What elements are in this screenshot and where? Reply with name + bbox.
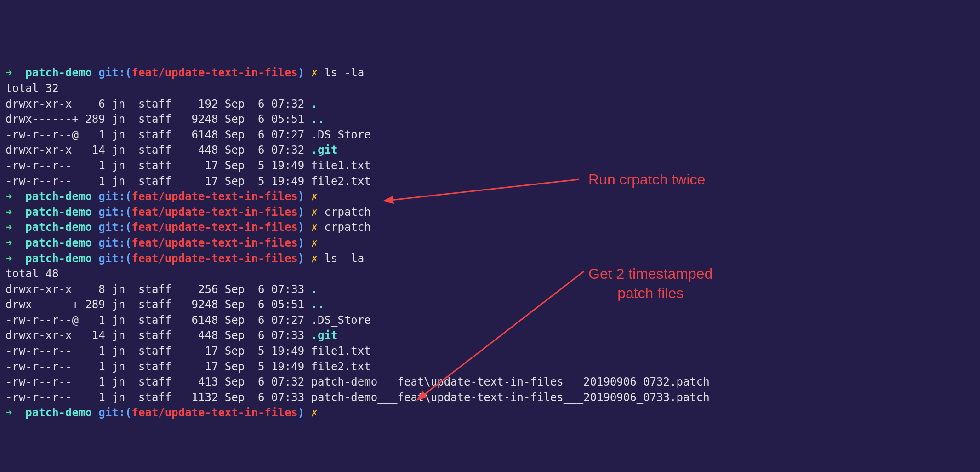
ls-filename: patch-demo___feat\update-text-in-files__… xyxy=(311,375,710,388)
dirty-mark-icon: ✗ xyxy=(311,252,318,265)
dirty-mark-icon: ✗ xyxy=(311,206,318,219)
annotation-timestamped: Get 2 timestamped patch files xyxy=(588,265,712,303)
ls-row: drwxr-xr-x 8 jn staff 256 Sep 6 07:33 . xyxy=(6,282,974,298)
prompt-dir: patch-demo xyxy=(25,221,92,234)
prompt-arrow-icon: ➜ xyxy=(6,406,12,419)
dirty-mark-icon: ✗ xyxy=(311,236,318,249)
command-text: crpatch xyxy=(325,206,371,219)
ls-filename: .. xyxy=(311,113,325,126)
git-branch: feat/update-text-in-files xyxy=(132,406,298,419)
ls-total: total 32 xyxy=(6,81,974,97)
ls-row: -rw-r--r-- 1 jn staff 1132 Sep 6 07:33 p… xyxy=(6,390,974,406)
ls-filename: patch-demo___feat\update-text-in-files__… xyxy=(311,391,710,404)
ls-row: -rw-r--r-- 1 jn staff 413 Sep 6 07:32 pa… xyxy=(6,374,974,390)
git-close-paren: ) xyxy=(298,236,304,249)
prompt-dir: patch-demo xyxy=(25,190,92,203)
git-branch: feat/update-text-in-files xyxy=(132,221,298,234)
prompt-arrow-icon: ➜ xyxy=(6,221,12,234)
prompt-line: ➜ patch-demo git:(feat/update-text-in-fi… xyxy=(6,220,974,236)
prompt-dir: patch-demo xyxy=(25,406,92,419)
ls-row: -rw-r--r--@ 1 jn staff 6148 Sep 6 07:27 … xyxy=(6,127,974,143)
git-close-paren: ) xyxy=(298,206,304,219)
ls-filename: .DS_Store xyxy=(311,128,371,141)
git-label: git:( xyxy=(98,206,131,219)
git-branch: feat/update-text-in-files xyxy=(132,206,298,219)
git-branch: feat/update-text-in-files xyxy=(132,190,298,203)
git-label: git:( xyxy=(98,236,131,249)
dirty-mark-icon: ✗ xyxy=(311,221,318,234)
prompt-line: ➜ patch-demo git:(feat/update-text-in-fi… xyxy=(6,251,974,267)
ls-filename: . xyxy=(311,283,318,296)
ls-row: drwxr-xr-x 14 jn staff 448 Sep 6 07:33 .… xyxy=(6,328,974,344)
git-label: git:( xyxy=(98,252,131,265)
ls-row: drwxr-xr-x 6 jn staff 192 Sep 6 07:32 . xyxy=(6,97,974,112)
ls-filename: .DS_Store xyxy=(311,314,371,327)
ls-filename: file2.txt xyxy=(311,360,371,373)
ls-row: drwx------+ 289 jn staff 9248 Sep 6 05:5… xyxy=(6,297,974,313)
git-close-paren: ) xyxy=(298,66,304,79)
prompt-arrow-icon: ➜ xyxy=(6,236,12,249)
ls-filename: .git xyxy=(311,329,338,342)
git-close-paren: ) xyxy=(298,406,304,419)
prompt-line: ➜ patch-demo git:(feat/update-text-in-fi… xyxy=(6,65,974,81)
dirty-mark-icon: ✗ xyxy=(311,190,318,203)
git-branch: feat/update-text-in-files xyxy=(132,66,298,79)
prompt-arrow-icon: ➜ xyxy=(6,190,12,203)
git-label: git:( xyxy=(98,406,131,419)
ls-row: -rw-r--r-- 1 jn staff 17 Sep 5 19:49 fil… xyxy=(6,359,974,375)
git-label: git:( xyxy=(98,66,131,79)
dirty-mark-icon: ✗ xyxy=(311,66,318,79)
git-label: git:( xyxy=(98,190,131,203)
dirty-mark-icon: ✗ xyxy=(311,406,318,419)
prompt-arrow-icon: ➜ xyxy=(6,66,12,79)
prompt-line: ➜ patch-demo git:(feat/update-text-in-fi… xyxy=(6,205,974,220)
ls-row: -rw-r--r-- 1 jn staff 17 Sep 5 19:49 fil… xyxy=(6,174,974,190)
prompt-dir: patch-demo xyxy=(25,236,92,249)
ls-filename: .. xyxy=(311,298,325,311)
ls-filename: file1.txt xyxy=(311,345,371,357)
ls-filename: file1.txt xyxy=(311,159,371,172)
ls-row: -rw-r--r--@ 1 jn staff 6148 Sep 6 07:27 … xyxy=(6,313,974,328)
git-branch: feat/update-text-in-files xyxy=(132,252,298,265)
command-text: crpatch xyxy=(325,221,371,234)
command-text: ls -la xyxy=(325,252,365,265)
git-label: git:( xyxy=(98,221,131,234)
ls-row: -rw-r--r-- 1 jn staff 17 Sep 5 19:49 fil… xyxy=(6,344,974,359)
git-close-paren: ) xyxy=(298,252,304,265)
terminal-output[interactable]: ➜ patch-demo git:(feat/update-text-in-fi… xyxy=(6,65,974,421)
command-text: ls -la xyxy=(325,66,365,79)
prompt-line: ➜ patch-demo git:(feat/update-text-in-fi… xyxy=(6,236,974,251)
ls-filename: file2.txt xyxy=(311,175,371,188)
annotation-run-twice: Run crpatch twice xyxy=(588,170,705,190)
prompt-dir: patch-demo xyxy=(25,252,92,265)
ls-row: -rw-r--r-- 1 jn staff 17 Sep 5 19:49 fil… xyxy=(6,158,974,174)
prompt-line: ➜ patch-demo git:(feat/update-text-in-fi… xyxy=(6,189,974,205)
ls-row: drwx------+ 289 jn staff 9248 Sep 6 05:5… xyxy=(6,112,974,127)
prompt-line: ➜ patch-demo git:(feat/update-text-in-fi… xyxy=(6,405,974,421)
prompt-arrow-icon: ➜ xyxy=(6,252,12,265)
git-close-paren: ) xyxy=(298,221,304,234)
prompt-dir: patch-demo xyxy=(25,66,92,79)
git-branch: feat/update-text-in-files xyxy=(132,236,298,249)
ls-total: total 48 xyxy=(6,266,974,282)
prompt-dir: patch-demo xyxy=(25,206,92,219)
ls-filename: . xyxy=(311,98,318,110)
ls-row: drwxr-xr-x 14 jn staff 448 Sep 6 07:32 .… xyxy=(6,143,974,158)
prompt-arrow-icon: ➜ xyxy=(6,206,12,219)
ls-filename: .git xyxy=(311,144,338,156)
git-close-paren: ) xyxy=(298,190,304,203)
